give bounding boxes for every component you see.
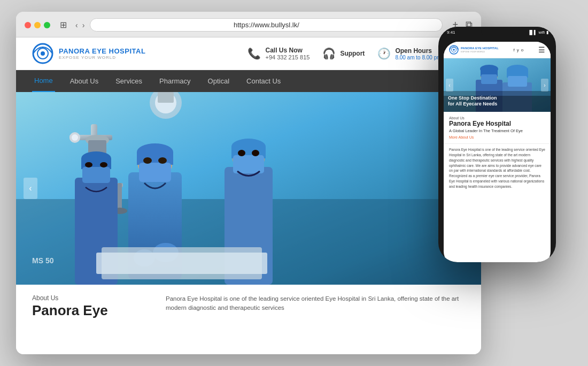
svg-rect-29 — [82, 167, 110, 183]
instagram-icon[interactable]: o — [521, 48, 523, 52]
svg-point-37 — [238, 150, 245, 156]
nav-item-about[interactable]: About Us — [68, 71, 100, 92]
svg-point-31 — [100, 162, 107, 167]
logo-text: PANORA EYE HOSPITAL EXPOSE YOUR WORLD — [59, 47, 145, 60]
phone-logo-name: PANORA EYE HOSPITAL — [461, 47, 499, 50]
nav-item-pharmacy[interactable]: Pharmacy — [157, 71, 193, 92]
facebook-icon[interactable]: f — [513, 48, 514, 52]
svg-rect-36 — [233, 155, 264, 173]
hero-image-area: MS 50 ‹ — [16, 92, 481, 285]
logo-area: PANORA EYE HOSPITAL EXPOSE YOUR WORLD — [32, 43, 145, 64]
phone-logo-text: PANORA EYE HOSPITAL EXPOSE YOUR WORLD — [461, 47, 499, 53]
svg-point-30 — [85, 162, 92, 167]
nav-item-contact[interactable]: Contact Us — [244, 71, 283, 92]
phone-contact: 📞 Call Us Now +94 332 215 815 — [247, 47, 310, 60]
svg-point-22 — [158, 157, 167, 164]
phone-more-link[interactable]: More About Us — [449, 135, 545, 139]
top-info-bar: PANORA EYE HOSPITAL EXPOSE YOUR WORLD 📞 … — [16, 37, 481, 70]
phone-about-title: Panora Eye Hospital — [449, 120, 545, 127]
dot-yellow[interactable] — [34, 22, 41, 28]
battery-icon: ▮ — [546, 30, 548, 35]
svg-point-21 — [143, 157, 152, 164]
svg-rect-20 — [139, 163, 171, 182]
address-bar[interactable]: https://www.bullysl.lk/ — [90, 18, 443, 32]
phone-logo-area: PANORA EYE HOSPITAL EXPOSE YOUR WORLD — [449, 45, 499, 55]
svg-rect-40 — [96, 253, 267, 274]
phone-icon: 📞 — [247, 47, 261, 60]
phone-about-subtitle: A Global Leader In The Treatment Of Eye — [449, 128, 545, 133]
clock-icon: 🕐 — [377, 47, 391, 60]
logo-circle — [32, 43, 53, 64]
phone-inner: PANORA EYE HOSPITAL EXPOSE YOUR WORLD f … — [444, 42, 551, 262]
phone-menu-icon[interactable]: ☰ — [538, 45, 545, 54]
nav-item-optical[interactable]: Optical — [206, 71, 231, 92]
headset-icon: 🎧 — [322, 47, 336, 60]
phone-logo-circle — [449, 45, 459, 55]
phone-notch — [481, 27, 513, 37]
browser-dots — [25, 22, 50, 28]
about-label: About Us — [32, 294, 150, 302]
phone-number: +94 332 215 815 — [265, 54, 310, 60]
phone-about-label: About Us — [449, 116, 545, 120]
about-left: About Us Panora Eye — [32, 294, 150, 318]
phone-description: Panora Eye Hospital is one of the leadin… — [444, 144, 551, 192]
svg-rect-58 — [508, 76, 527, 87]
nav-back[interactable]: ‹ — [75, 21, 78, 29]
phone-hero-line2: for All Eyecare Needs — [448, 101, 546, 108]
phone-hero-text: One Stop Destination for All Eyecare Nee… — [448, 95, 546, 108]
signal-icon: ▐▌▌ — [528, 30, 537, 35]
phone-top-bar: PANORA EYE HOSPITAL EXPOSE YOUR WORLD f … — [444, 42, 551, 58]
phone-hero: One Stop Destination for All Eyecare Nee… — [444, 58, 551, 112]
phone-prev-button[interactable]: ‹ — [446, 79, 453, 92]
phone-about-section: About Us Panora Eye Hospital A Global Le… — [444, 112, 551, 144]
about-description: Panora Eye Hospital is one of the leadin… — [166, 294, 465, 318]
phone-social-icons: f y o — [513, 48, 523, 52]
contact-info: 📞 Call Us Now +94 332 215 815 🎧 Support — [247, 47, 465, 60]
nav-item-services[interactable]: Services — [113, 71, 144, 92]
phone-next-button[interactable]: › — [541, 79, 548, 92]
phone-mockup: 9:41 ▐▌▌ wifi ▮ PANORA E — [438, 27, 556, 262]
about-section: About Us Panora Eye Panora Eye Hospital … — [16, 285, 481, 324]
twitter-icon[interactable]: y — [517, 48, 519, 52]
phone-hero-line1: One Stop Destination — [448, 95, 546, 102]
phone-logo-tagline: EXPOSE YOUR WORLD — [461, 50, 499, 53]
phone-time: 9:41 — [447, 30, 455, 35]
dot-green[interactable] — [44, 22, 50, 28]
nav-forward[interactable]: › — [82, 21, 85, 29]
dot-red[interactable] — [25, 22, 31, 28]
nav-bar: Home About Us Services Pharmacy Optical … — [16, 70, 481, 92]
about-title: Panora Eye — [32, 303, 150, 318]
nav-item-home[interactable]: Home — [32, 70, 55, 92]
hero-image-svg: MS 50 — [16, 92, 481, 285]
logo-tagline: EXPOSE YOUR WORLD — [59, 55, 145, 60]
browser-mockup: ⊞ ‹ › https://www.bullysl.lk/ + ⧉ — [16, 12, 481, 354]
logo-name: PANORA EYE HOSPITAL — [59, 47, 145, 55]
svg-rect-14 — [118, 183, 122, 210]
wifi-icon: wifi — [538, 30, 545, 35]
svg-point-47 — [453, 49, 455, 51]
scene: ⊞ ‹ › https://www.bullysl.lk/ + ⧉ — [0, 0, 588, 366]
support-contact: 🎧 Support — [322, 47, 365, 60]
svg-rect-53 — [481, 74, 497, 84]
hero-prev-button[interactable]: ‹ — [24, 178, 37, 199]
phone-hero-overlay: One Stop Destination for All Eyecare Nee… — [444, 91, 551, 112]
support-label: Support — [340, 50, 365, 57]
phone-text: Call Us Now +94 332 215 815 — [265, 47, 310, 60]
svg-rect-43 — [158, 92, 174, 103]
svg-text:MS 50: MS 50 — [32, 256, 54, 265]
phone-status-right: ▐▌▌ wifi ▮ — [528, 30, 548, 35]
browser-chrome: ⊞ ‹ › https://www.bullysl.lk/ + ⧉ — [16, 12, 481, 37]
svg-point-11 — [72, 134, 78, 141]
hero-section: MS 50 ‹ — [16, 92, 481, 285]
support-text: Support — [340, 50, 365, 57]
phone-status-bar: 9:41 ▐▌▌ wifi ▮ — [438, 27, 556, 42]
tab-icon: ⊞ — [60, 20, 67, 30]
website-content: PANORA EYE HOSPITAL EXPOSE YOUR WORLD 📞 … — [16, 37, 481, 354]
browser-nav: ‹ › — [75, 21, 84, 29]
svg-point-38 — [252, 150, 259, 156]
phone-label: Call Us Now — [265, 47, 310, 54]
svg-point-2 — [41, 51, 45, 56]
